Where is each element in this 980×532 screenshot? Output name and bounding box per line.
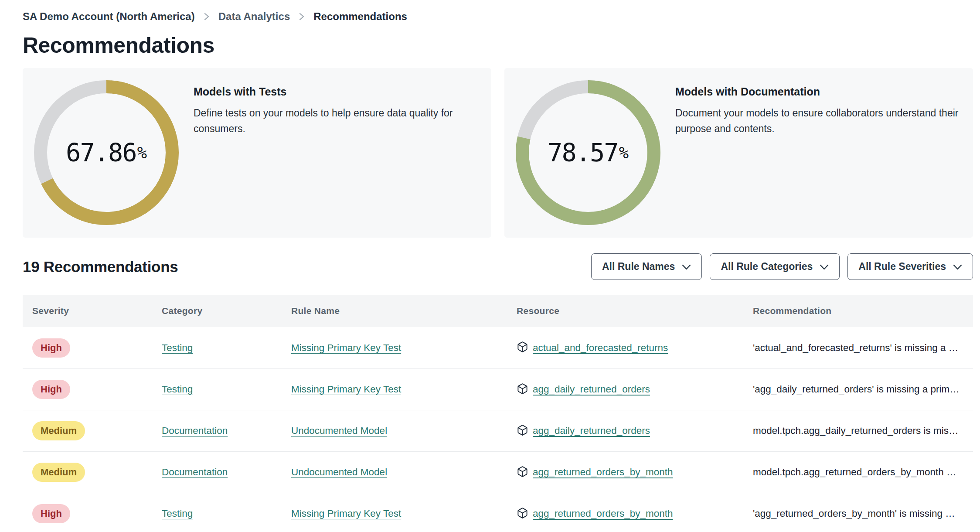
card-title: Models with Documentation (675, 85, 973, 98)
table-row: High Testing Missing Primary Key Test ag… (23, 493, 973, 532)
category-link[interactable]: Testing (162, 342, 193, 353)
card-description: Document your models to ensure collabora… (675, 105, 973, 137)
percent-sign: % (619, 143, 629, 162)
card-models-with-documentation: 78.57% Models with Documentation Documen… (504, 68, 973, 238)
rule-names-filter-dropdown[interactable]: All Rule Names (591, 253, 702, 280)
chevron-right-icon (299, 11, 305, 22)
filter-bar: All Rule Names All Rule Categories All R… (591, 253, 973, 280)
percent-value: 78.57 (548, 138, 618, 167)
category-link[interactable]: Testing (162, 384, 193, 395)
table-row: High Testing Missing Primary Key Test ac… (23, 327, 973, 368)
model-cube-icon (517, 383, 528, 396)
model-cube-icon (517, 466, 528, 479)
rule-name-link[interactable]: Missing Primary Key Test (291, 342, 401, 353)
column-header-rule-name: Rule Name (282, 306, 507, 316)
breadcrumb: SA Demo Account (North America) Data Ana… (23, 10, 973, 23)
card-title: Models with Tests (194, 85, 491, 98)
rule-name-link[interactable]: Missing Primary Key Test (291, 384, 401, 395)
tests-donut-chart: 67.86% (34, 80, 179, 225)
card-description: Define tests on your models to help ensu… (194, 105, 491, 137)
rule-severities-filter-dropdown[interactable]: All Rule Severities (847, 253, 973, 280)
chevron-down-icon (953, 261, 962, 273)
page-title: Recommendations (23, 32, 973, 58)
filter-label: All Rule Severities (858, 261, 946, 273)
chevron-down-icon (820, 261, 829, 273)
rule-name-link[interactable]: Missing Primary Key Test (291, 508, 401, 519)
recommendations-table: Severity Category Rule Name Resource Rec… (23, 295, 973, 532)
documentation-percent-label: 78.57% (516, 80, 660, 225)
resource-link[interactable]: agg_returned_orders_by_month (533, 508, 673, 519)
recommendation-text: 'agg_daily_returned_orders' is missing a… (743, 384, 973, 395)
filter-label: All Rule Categories (721, 261, 813, 273)
category-link[interactable]: Documentation (162, 425, 228, 436)
recommendation-text: 'actual_and_forecasted_returns' is missi… (743, 342, 973, 354)
table-header-row: Severity Category Rule Name Resource Rec… (23, 295, 973, 327)
card-text: Models with Tests Define tests on your m… (194, 85, 491, 238)
chevron-right-icon (204, 11, 210, 22)
table-row: Medium Documentation Undocumented Model … (23, 451, 973, 493)
model-cube-icon (517, 507, 528, 521)
severity-badge: High (32, 380, 70, 399)
recommendations-page: SA Demo Account (North America) Data Ana… (0, 10, 980, 532)
card-text: Models with Documentation Document your … (675, 85, 973, 238)
breadcrumb-current: Recommendations (313, 10, 407, 23)
filter-label: All Rule Names (602, 261, 675, 273)
breadcrumb-project-link[interactable]: Data Analytics (218, 10, 290, 23)
severity-badge: High (32, 338, 70, 358)
card-models-with-tests: 67.86% Models with Tests Define tests on… (23, 68, 491, 238)
resource-link[interactable]: agg_daily_returned_orders (533, 425, 650, 437)
model-cube-icon (517, 341, 528, 355)
column-header-resource: Resource (507, 306, 743, 316)
metric-cards: 67.86% Models with Tests Define tests on… (23, 68, 973, 238)
resource-link[interactable]: agg_daily_returned_orders (533, 384, 650, 395)
severity-badge: Medium (32, 421, 85, 440)
list-header: 19 Recommendations All Rule Names All Ru… (23, 253, 973, 280)
column-header-category: Category (152, 306, 282, 316)
recommendations-count: 19 Recommendations (23, 258, 178, 276)
model-cube-icon (517, 424, 528, 438)
recommendation-text: model.tpch.agg_daily_returned_orders is … (743, 425, 973, 437)
category-link[interactable]: Testing (162, 508, 193, 519)
rule-name-link[interactable]: Undocumented Model (291, 467, 387, 477)
category-link[interactable]: Documentation (162, 467, 228, 477)
table-row: High Testing Missing Primary Key Test ag… (23, 368, 973, 410)
rule-name-link[interactable]: Undocumented Model (291, 425, 387, 436)
recommendation-text: 'agg_returned_orders_by_month' is missin… (743, 508, 973, 519)
breadcrumb-account-link[interactable]: SA Demo Account (North America) (23, 10, 195, 23)
severity-badge: High (32, 504, 70, 523)
resource-link[interactable]: actual_and_forecasted_returns (533, 342, 668, 354)
chevron-down-icon (682, 261, 691, 273)
column-header-severity: Severity (23, 306, 152, 316)
column-header-recommendation: Recommendation (743, 306, 973, 316)
percent-value: 67.86 (66, 138, 136, 167)
table-row: Medium Documentation Undocumented Model … (23, 410, 973, 451)
rule-categories-filter-dropdown[interactable]: All Rule Categories (710, 253, 840, 280)
recommendation-text: model.tpch.agg_returned_orders_by_month … (743, 467, 973, 478)
resource-link[interactable]: agg_returned_orders_by_month (533, 467, 673, 478)
percent-sign: % (137, 143, 147, 162)
documentation-donut-chart: 78.57% (516, 80, 660, 225)
tests-percent-label: 67.86% (34, 80, 179, 225)
severity-badge: Medium (32, 463, 85, 482)
